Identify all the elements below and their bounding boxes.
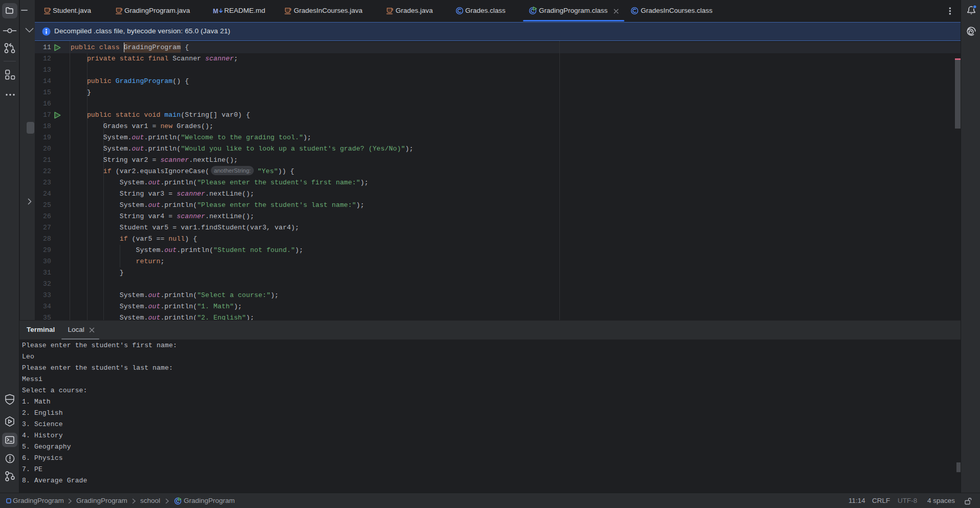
svg-text:M: M xyxy=(213,8,218,15)
